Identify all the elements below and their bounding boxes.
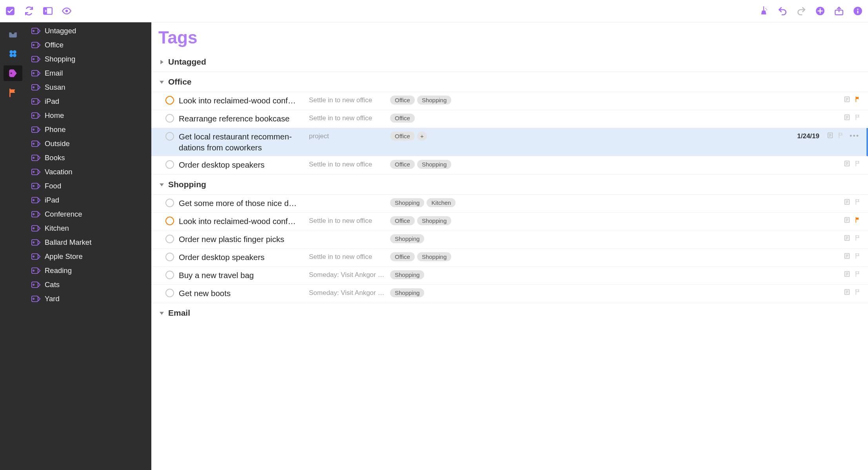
note-icon[interactable] [844,271,850,279]
sidebar-tag-item[interactable]: Email [26,66,151,80]
tag-pill[interactable]: Office [390,160,415,169]
sidebar-tag-item[interactable]: Phone [26,123,151,137]
toolbar-share-button[interactable] [833,5,844,16]
tag-pill[interactable]: Office [390,132,415,141]
toolbar-info-button[interactable] [852,5,863,16]
task-status-circle[interactable] [165,235,174,243]
toolbar-sync-button[interactable] [24,5,35,16]
task-row[interactable]: Look into reclaimed-wood conf…Settle in … [151,213,868,231]
tag-pill[interactable]: Shopping [390,270,424,279]
tag-pill[interactable]: Office [390,114,415,123]
toolbar-cleanup-button[interactable] [758,5,769,16]
sidebar-tag-item[interactable]: Shopping [26,52,151,66]
note-icon[interactable] [844,235,850,243]
flag-icon[interactable] [854,199,861,207]
tag-pill[interactable]: Office [390,216,415,225]
sidebar-tag-label: Office [45,41,64,49]
task-status-circle[interactable] [165,199,174,207]
tag-pill[interactable]: Office [390,252,415,261]
task-row[interactable]: Order new plastic finger picksShopping [151,231,868,249]
section-header[interactable]: Shopping [151,174,868,194]
sidebar-tag-item[interactable]: Books [26,151,151,165]
toolbar-sidebar-toggle[interactable] [42,5,53,16]
sidebar-tag-label: Cats [45,280,60,289]
task-row[interactable]: Get local restaurant recommen-dations fr… [151,128,868,156]
flag-icon[interactable] [854,271,861,279]
note-icon[interactable] [844,253,850,261]
toolbar-add-button[interactable] [815,5,826,16]
section-header[interactable]: Email [151,303,868,323]
tag-icon [31,84,41,91]
tag-pill[interactable]: Shopping [390,234,424,243]
tag-pill[interactable]: Shopping [417,252,451,261]
tag-pill[interactable]: Shopping [390,198,424,207]
toolbar-check-button[interactable] [5,5,16,16]
sidebar-tag-item[interactable]: Office [26,38,151,52]
task-status-circle[interactable] [165,217,174,225]
add-tag-pill[interactable]: + [417,132,427,141]
tag-pill[interactable]: Shopping [417,96,451,105]
sidebar-tag-item[interactable]: Food [26,179,151,193]
note-icon[interactable] [844,96,850,104]
sidebar-tag-item[interactable]: iPad [26,193,151,207]
sidebar-tag-item[interactable]: Reading [26,264,151,278]
flag-icon[interactable] [854,289,861,297]
tag-pill[interactable]: Kitchen [427,198,456,207]
sidebar-tag-item[interactable]: Vacation [26,165,151,179]
tag-pill[interactable]: Shopping [417,216,451,225]
sidebar-tag-item[interactable]: Kitchen [26,221,151,235]
tag-icon [31,211,41,218]
sidebar-tag-item[interactable]: Apple Store [26,249,151,264]
sidebar-tag-item[interactable]: iPad [26,94,151,108]
task-row[interactable]: Buy a new travel bagSomeday: Visit Ankgo… [151,267,868,285]
flag-icon[interactable] [854,114,861,122]
task-row[interactable]: Order desktop speakersSettle in to new o… [151,156,868,174]
task-project: Someday: Visit Ankgor … [309,288,385,297]
rail-inbox[interactable] [4,26,22,42]
rail-projects[interactable] [4,46,22,61]
task-row[interactable]: Rearrange reference bookcaseSettle in to… [151,110,868,128]
flag-icon[interactable] [854,160,861,168]
task-status-circle[interactable] [165,96,174,105]
flag-icon[interactable] [837,132,844,140]
tag-pill[interactable]: Office [390,96,415,105]
note-icon[interactable] [827,132,833,140]
more-icon[interactable]: ••• [850,132,859,140]
sidebar-tag-item[interactable]: Untagged [26,24,151,38]
flag-icon[interactable] [854,253,861,261]
task-row[interactable]: Get new bootsSomeday: Visit Ankgor …Shop… [151,285,868,303]
sidebar-tag-item[interactable]: Susan [26,80,151,94]
toolbar-view-button[interactable] [61,5,72,16]
rail-tags[interactable] [4,65,22,81]
task-row[interactable]: Order desktop speakersSettle in to new o… [151,249,868,267]
task-status-circle[interactable] [165,114,174,123]
sidebar-tag-item[interactable]: Ballard Market [26,235,151,249]
task-status-circle[interactable] [165,132,174,141]
toolbar-redo-button[interactable] [796,5,807,16]
section-header[interactable]: Office [151,72,868,92]
flag-icon[interactable] [854,217,861,225]
task-row[interactable]: Get some more of those nice d…ShoppingKi… [151,195,868,213]
note-icon[interactable] [844,289,850,297]
task-status-circle[interactable] [165,289,174,297]
tag-pill[interactable]: Shopping [390,288,424,297]
task-row[interactable]: Look into reclaimed-wood conf…Settle in … [151,92,868,110]
flag-icon[interactable] [854,235,861,243]
task-status-circle[interactable] [165,253,174,261]
note-icon[interactable] [844,217,850,225]
note-icon[interactable] [844,199,850,207]
sidebar-tag-item[interactable]: Conference [26,207,151,221]
tag-pill[interactable]: Shopping [417,160,451,169]
sidebar-tag-item[interactable]: Yard [26,292,151,306]
task-status-circle[interactable] [165,271,174,279]
sidebar-tag-item[interactable]: Home [26,108,151,123]
note-icon[interactable] [844,114,850,122]
rail-flagged[interactable] [4,85,22,101]
note-icon[interactable] [844,160,850,168]
task-status-circle[interactable] [165,160,174,169]
flag-icon[interactable] [854,96,861,104]
toolbar-undo-button[interactable] [777,5,788,16]
section-header[interactable]: Untagged [151,52,868,72]
sidebar-tag-item[interactable]: Cats [26,278,151,292]
sidebar-tag-item[interactable]: Outside [26,137,151,151]
